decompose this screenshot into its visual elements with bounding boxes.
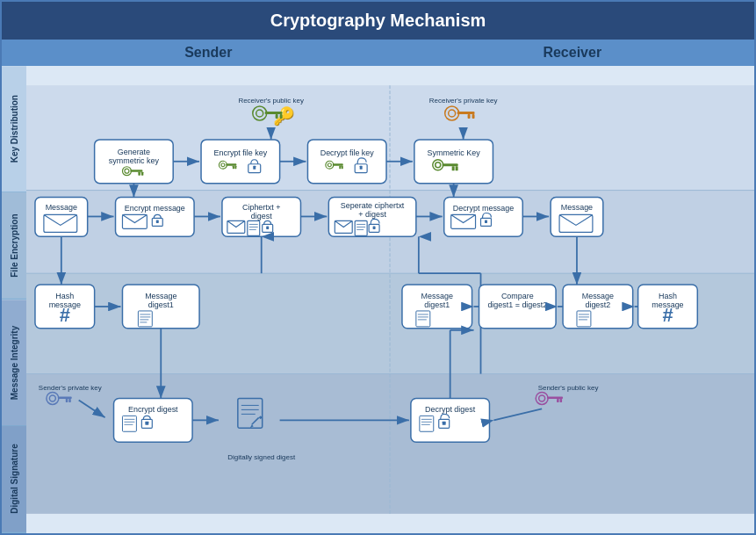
svg-text:Hash: Hash bbox=[659, 292, 677, 300]
svg-rect-186 bbox=[547, 396, 563, 398]
svg-rect-73 bbox=[156, 220, 159, 222]
svg-text:digest1 = digest2: digest1 = digest2 bbox=[487, 300, 547, 309]
svg-text:Sender's private key: Sender's private key bbox=[39, 384, 102, 392]
svg-text:Digitally signed digest: Digitally signed digest bbox=[227, 453, 296, 461]
svg-text:Encrypt message: Encrypt message bbox=[125, 204, 185, 213]
svg-rect-17 bbox=[276, 114, 278, 119]
header-receiver: Receiver bbox=[391, 40, 755, 66]
svg-text:#: # bbox=[60, 304, 70, 326]
svg-text:Generate: Generate bbox=[118, 148, 150, 156]
svg-text:Compare: Compare bbox=[501, 292, 534, 300]
svg-rect-56 bbox=[414, 140, 493, 184]
svg-text:Decrypt digest: Decrypt digest bbox=[425, 405, 476, 414]
svg-rect-22 bbox=[457, 112, 475, 114]
svg-rect-164 bbox=[145, 422, 148, 425]
svg-text:+ digest: + digest bbox=[358, 210, 386, 219]
header-sender: Sender bbox=[26, 40, 391, 66]
svg-text:Message: Message bbox=[145, 292, 176, 300]
svg-text:#: # bbox=[662, 304, 673, 326]
svg-text:digest2: digest2 bbox=[585, 300, 610, 309]
svg-rect-32 bbox=[130, 170, 142, 171]
svg-text:Receiver's public key: Receiver's public key bbox=[238, 97, 303, 105]
svg-rect-97 bbox=[444, 198, 523, 237]
svg-rect-41 bbox=[233, 166, 234, 169]
title-bar: Cryptography Mechanism bbox=[2, 2, 754, 40]
svg-text:Hash: Hash bbox=[55, 292, 74, 300]
svg-rect-155 bbox=[68, 399, 70, 402]
svg-text:digest1: digest1 bbox=[424, 300, 450, 309]
svg-rect-188 bbox=[560, 399, 562, 402]
svg-rect-42 bbox=[234, 166, 236, 169]
side-label-file-enc: File Encryption bbox=[2, 192, 26, 300]
svg-text:Symmetric Key: Symmetric Key bbox=[428, 148, 481, 157]
svg-rect-36 bbox=[201, 140, 280, 184]
svg-rect-154 bbox=[66, 399, 68, 402]
svg-rect-33 bbox=[138, 172, 140, 176]
svg-rect-46 bbox=[307, 140, 386, 184]
svg-rect-95 bbox=[373, 226, 376, 228]
svg-rect-62 bbox=[456, 166, 458, 170]
svg-rect-153 bbox=[58, 396, 72, 398]
svg-text:Ciphertxt +: Ciphertxt + bbox=[242, 203, 280, 212]
svg-rect-51 bbox=[339, 166, 341, 169]
svg-rect-187 bbox=[557, 399, 558, 402]
svg-text:Message: Message bbox=[421, 292, 453, 300]
side-label-msg-int: Message Integrity bbox=[2, 300, 26, 426]
svg-text:Decrypt file key: Decrypt file key bbox=[320, 148, 375, 157]
side-label-dig-sig: Digital Signature bbox=[2, 426, 26, 533]
svg-text:Decrypt message: Decrypt message bbox=[453, 204, 515, 213]
side-labels: Key Distribution File Encryption Message… bbox=[2, 66, 26, 533]
header-row: Sender Receiver bbox=[2, 40, 754, 66]
svg-rect-54 bbox=[360, 166, 363, 170]
svg-text:digest: digest bbox=[251, 212, 272, 221]
svg-rect-69 bbox=[116, 198, 195, 237]
svg-rect-16 bbox=[265, 112, 283, 114]
svg-text:Seperate ciphertxt: Seperate ciphertxt bbox=[341, 201, 405, 210]
main-container: Cryptography Mechanism Sender Receiver K… bbox=[0, 0, 756, 535]
svg-text:Message: Message bbox=[582, 292, 614, 300]
svg-rect-40 bbox=[226, 163, 236, 165]
svg-text:Receiver's private key: Receiver's private key bbox=[429, 97, 498, 105]
svg-text:symmetric key: symmetric key bbox=[109, 156, 160, 165]
svg-rect-52 bbox=[342, 166, 343, 169]
side-label-key-dist: Key Distribution bbox=[2, 66, 26, 192]
svg-text:Message: Message bbox=[561, 203, 593, 212]
svg-rect-23 bbox=[468, 114, 471, 119]
svg-text:Encrypt digest: Encrypt digest bbox=[128, 405, 178, 414]
svg-rect-18 bbox=[280, 114, 283, 119]
svg-rect-84 bbox=[266, 226, 269, 228]
svg-rect-60 bbox=[443, 163, 458, 166]
svg-rect-61 bbox=[452, 166, 455, 170]
svg-rect-24 bbox=[472, 114, 475, 119]
svg-text:Message: Message bbox=[46, 203, 77, 212]
svg-rect-34 bbox=[141, 172, 143, 176]
diagram-area: Receiver's public key 🔑 Receiver's priva… bbox=[26, 66, 754, 533]
content-area: Key Distribution File Encryption Message… bbox=[2, 66, 754, 533]
svg-text:digest1: digest1 bbox=[148, 300, 174, 309]
svg-rect-101 bbox=[485, 220, 487, 222]
svg-rect-181 bbox=[443, 422, 446, 425]
svg-rect-44 bbox=[253, 166, 256, 170]
svg-text:Sender's public key: Sender's public key bbox=[538, 384, 599, 392]
svg-rect-50 bbox=[333, 163, 343, 165]
svg-text:Encrypt file key: Encrypt file key bbox=[214, 148, 268, 157]
